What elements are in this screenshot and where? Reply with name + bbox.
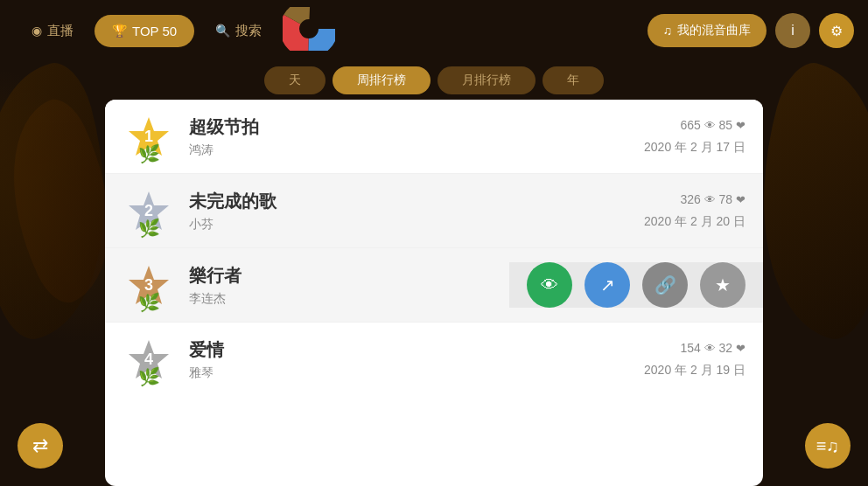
track-stats-2: 326 👁 78 ❤ 2020 年 2 月 20 日 (644, 190, 746, 231)
track-artist-2: 小芬 (189, 217, 644, 233)
mix-library-button[interactable]: ♫ 我的混音曲库 (648, 14, 767, 47)
eye-icon-4: 👁 (704, 342, 716, 355)
track-list: 1 🌿 超级节拍 鸿涛 665 👁 85 ❤ 2020 年 2 月 17 日 (105, 100, 763, 486)
shuffle-icon: ⇄ (32, 434, 48, 457)
search-icon: 🔍 (215, 24, 230, 38)
sub-tab-day-label: 天 (289, 73, 301, 87)
track-info-1: 超级节拍 鸿涛 (189, 115, 644, 158)
track-views-4: 154 👁 32 ❤ (644, 338, 746, 358)
view-button[interactable]: 👁 (527, 262, 572, 308)
table-row[interactable]: 3 🌿 樂行者 李连杰 👁 ↗ 🔗 (105, 248, 763, 323)
rank-number-3: 3 (144, 276, 153, 295)
app-container: ◉ 直播 🏆 TOP 50 🔍 搜索 ♫ 我的混音曲库 i ⚙ (0, 0, 868, 486)
favorite-button[interactable]: ★ (700, 262, 746, 308)
track-views-1: 665 👁 85 ❤ (644, 115, 746, 135)
laurel-3: 🌿 (138, 292, 160, 313)
rank-badge-2: 2 🌿 (122, 184, 175, 237)
link-action-icon: 🔗 (654, 274, 676, 295)
track-title-4: 爱情 (189, 338, 644, 362)
sub-tab-month[interactable]: 月排行榜 (438, 66, 536, 94)
eye-icon-1: 👁 (704, 119, 716, 132)
track-date-1: 2020 年 2 月 17 日 (644, 137, 746, 156)
nav-spacer (283, 7, 643, 54)
views-count-1: 665 (680, 118, 700, 132)
heart-icon-1: ❤ (736, 119, 746, 132)
track-title-1: 超级节拍 (189, 115, 644, 139)
track-views-2: 326 👁 78 ❤ (644, 190, 746, 210)
track-date-2: 2020 年 2 月 20 日 (644, 212, 746, 231)
rank-number-4: 4 (144, 351, 153, 369)
action-buttons-panel: 👁 ↗ 🔗 ★ (509, 262, 763, 308)
queue-icon: ≡♫ (816, 436, 840, 456)
likes-count-4: 32 (719, 341, 733, 355)
likes-count-2: 78 (719, 192, 733, 206)
track-date-4: 2020 年 2 月 19 日 (644, 360, 746, 379)
nav-bar: ◉ 直播 🏆 TOP 50 🔍 搜索 ♫ 我的混音曲库 i ⚙ (0, 0, 868, 61)
sub-tab-week[interactable]: 周排行榜 (332, 66, 430, 94)
sub-tab-month-label: 月排行榜 (462, 73, 511, 87)
track-title-2: 未完成的歌 (189, 190, 644, 213)
sub-tab-year[interactable]: 年 (542, 66, 604, 94)
sub-tab-year-label: 年 (567, 73, 579, 87)
shuffle-button[interactable]: ⇄ (18, 423, 63, 469)
heart-icon-4: ❤ (736, 342, 746, 355)
tab-search[interactable]: 🔍 搜索 (198, 14, 279, 48)
heart-icon-2: ❤ (736, 193, 746, 206)
likes-count-1: 85 (719, 118, 733, 132)
settings-button[interactable]: ⚙ (819, 13, 854, 48)
track-info-3: 樂行者 李连杰 (189, 264, 509, 307)
search-tab-label: 搜索 (235, 23, 262, 39)
pie-chart (283, 7, 335, 51)
info-button[interactable]: i (775, 13, 810, 48)
mix-library-label: 我的混音曲库 (677, 23, 751, 38)
views-count-4: 154 (680, 341, 700, 355)
rank-number-1: 1 (144, 128, 153, 146)
info-icon: i (791, 23, 794, 38)
sub-tab-day[interactable]: 天 (264, 66, 326, 94)
star-action-icon: ★ (715, 274, 731, 295)
track-title-3: 樂行者 (189, 264, 509, 288)
gear-icon: ⚙ (830, 23, 843, 39)
laurel-2: 🌿 (138, 218, 160, 239)
link-button[interactable]: 🔗 (642, 262, 688, 308)
track-info-4: 爱情 雅琴 (189, 338, 644, 381)
live-tab-label: 直播 (47, 23, 74, 39)
share-button[interactable]: ↗ (584, 262, 630, 308)
sub-nav: 天 周排行榜 月排行榜 年 (0, 61, 868, 100)
track-stats-4: 154 👁 32 ❤ 2020 年 2 月 19 日 (644, 338, 746, 379)
rank-number-2: 2 (144, 202, 153, 220)
track-artist-1: 鸿涛 (189, 142, 644, 158)
track-artist-3: 李连杰 (189, 291, 509, 307)
sub-tab-week-label: 周排行榜 (357, 73, 406, 87)
queue-button[interactable]: ≡♫ (805, 423, 850, 469)
rank-badge-4: 4 🌿 (122, 333, 175, 385)
music-icon: ♫ (663, 24, 673, 38)
track-stats-1: 665 👁 85 ❤ 2020 年 2 月 17 日 (644, 115, 746, 156)
eye-action-icon: 👁 (541, 275, 558, 295)
laurel-4: 🌿 (138, 366, 160, 387)
table-row[interactable]: 4 🌿 爱情 雅琴 154 👁 32 ❤ 2020 年 2 月 19 日 (105, 323, 763, 396)
table-row[interactable]: 2 🌿 未完成的歌 小芬 326 👁 78 ❤ 2020 年 2 月 20 日 (105, 174, 763, 248)
trophy-icon: 🏆 (112, 24, 127, 38)
views-count-2: 326 (680, 192, 700, 206)
rank-badge-1: 1 🌿 (122, 110, 175, 163)
track-info-2: 未完成的歌 小芬 (189, 190, 644, 233)
track-artist-4: 雅琴 (189, 365, 644, 381)
live-icon: ◉ (32, 24, 42, 38)
rank-badge-3: 3 🌿 (122, 259, 175, 311)
tab-live[interactable]: ◉ 直播 (14, 14, 91, 48)
top50-tab-label: TOP 50 (132, 24, 177, 38)
tab-top50[interactable]: 🏆 TOP 50 (94, 15, 194, 47)
table-row[interactable]: 1 🌿 超级节拍 鸿涛 665 👁 85 ❤ 2020 年 2 月 17 日 (105, 100, 763, 174)
share-action-icon: ↗ (600, 274, 615, 295)
laurel-1: 🌿 (138, 143, 160, 164)
content-area: 1 🌿 超级节拍 鸿涛 665 👁 85 ❤ 2020 年 2 月 17 日 (105, 100, 763, 486)
eye-icon-2: 👁 (704, 193, 716, 206)
